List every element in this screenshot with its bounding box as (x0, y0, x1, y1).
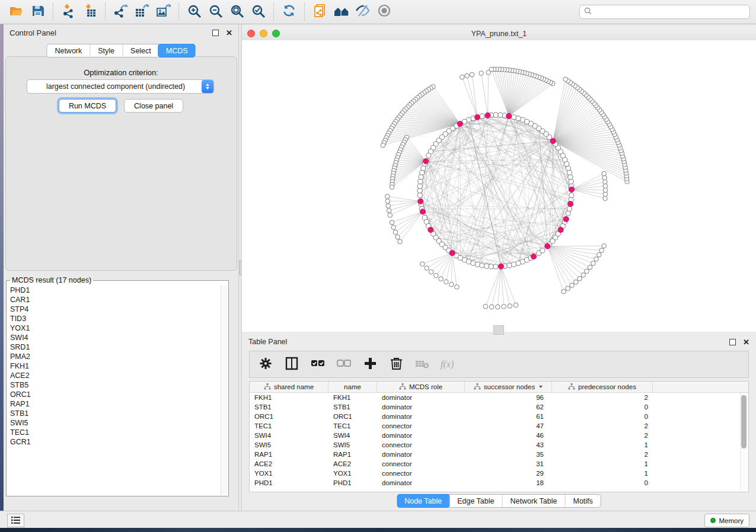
mcds-result-item[interactable]: FKH1 (7, 361, 221, 371)
mcds-result-item[interactable]: STP4 (7, 305, 221, 314)
float-panel-icon[interactable] (212, 30, 219, 36)
network-graph[interactable] (242, 40, 756, 332)
table-row[interactable]: SWI5SWI5connector431 (250, 440, 748, 450)
mcds-result-item[interactable]: SWI5 (7, 418, 221, 428)
add-column-button[interactable] (362, 357, 378, 372)
close-panel-button[interactable]: Close panel (124, 99, 183, 113)
tab-network[interactable]: Network (47, 44, 90, 57)
import-network-button[interactable] (58, 2, 79, 21)
task-history-button[interactable] (7, 514, 24, 527)
export-image-button[interactable] (153, 2, 174, 21)
cell-shared-name: PHD1 (250, 479, 328, 486)
cell-predecessor-nodes: 1 (552, 460, 653, 467)
mcds-result-item[interactable]: CAR1 (7, 295, 221, 305)
tab-motifs[interactable]: Motifs (564, 495, 600, 507)
column-header-successor-nodes[interactable]: successor nodes (465, 382, 552, 392)
table-row[interactable]: FKH1FKH1dominator962 (250, 393, 748, 402)
table-row[interactable]: SWI4SWI4dominator462 (250, 431, 748, 440)
mcds-result-item[interactable]: TEC1 (7, 428, 221, 437)
node-table-header: shared namenameMCDS rolesuccessor nodesp… (250, 382, 748, 393)
memory-button[interactable]: Memory (704, 514, 749, 527)
table-x-icon (414, 356, 430, 373)
table-scrollbar[interactable] (740, 393, 747, 490)
table-row[interactable]: PHD1PHD1dominator180 (250, 478, 748, 488)
show-graphics-button[interactable] (374, 2, 395, 21)
split-columns-icon (284, 356, 300, 373)
close-table-panel-icon[interactable]: ✕ (743, 338, 749, 346)
mcds-result-item[interactable]: ORC1 (7, 390, 221, 399)
zoom-selected-button[interactable] (248, 2, 269, 21)
table-row[interactable]: STB1STB1dominator620 (250, 402, 748, 412)
column-label: predecessor nodes (578, 383, 636, 390)
cell-shared-name: ORC1 (250, 413, 328, 420)
zoom-fit-button[interactable] (227, 2, 248, 21)
memory-label: Memory (719, 517, 744, 524)
mcds-result-item[interactable]: YOX1 (7, 323, 221, 333)
mcds-result-item[interactable]: STB5 (7, 380, 221, 390)
mcds-result-item[interactable]: RAP1 (7, 399, 221, 409)
open-file-button[interactable] (6, 2, 27, 21)
table-row[interactable]: ORC1ORC1dominator610 (250, 412, 748, 421)
mcds-result-item[interactable]: GCR1 (7, 437, 221, 447)
column-header-name[interactable]: name (328, 382, 377, 392)
optimization-select[interactable]: largest connected component (undirected) (27, 79, 214, 94)
export-table-button[interactable] (132, 2, 153, 21)
table-scrollbar-thumb[interactable] (741, 395, 747, 448)
mcds-result-item[interactable]: PMA2 (7, 352, 221, 361)
cell-shared-name: FKH1 (250, 394, 328, 401)
zoom-out-icon (208, 4, 224, 21)
hide-graphics-button[interactable] (352, 2, 374, 21)
clone-network-button[interactable] (310, 2, 331, 21)
export-network-button[interactable] (110, 2, 132, 21)
table-row[interactable]: ACE2ACE2connector311 (250, 459, 748, 469)
cell-predecessor-nodes: 2 (552, 451, 653, 458)
deselect-all-button[interactable] (336, 357, 352, 372)
import-table-button[interactable] (79, 2, 101, 21)
cell-shared-name: YOX1 (250, 470, 328, 477)
table-settings-button[interactable] (258, 357, 274, 372)
h-splitter-handle[interactable] (493, 325, 504, 335)
mcds-result-item[interactable]: SRD1 (7, 342, 221, 352)
network-titlebar[interactable]: YPA_prune.txt_1 (242, 27, 756, 41)
tab-node-table[interactable]: Node Table (397, 494, 449, 508)
run-mcds-button[interactable]: Run MCDS (59, 99, 116, 113)
network-canvas[interactable] (242, 40, 756, 332)
zoom-out-button[interactable] (205, 2, 227, 21)
tab-edge-table[interactable]: Edge Table (449, 495, 502, 507)
column-header-MCDS-role[interactable]: MCDS role (377, 382, 465, 392)
mcds-result-title: MCDS result (17 nodes) (10, 276, 93, 284)
mcds-result-item[interactable]: PHD1 (7, 286, 221, 295)
refresh-button[interactable] (279, 2, 300, 21)
table-row[interactable]: RAP1RAP1dominator352 (250, 450, 748, 459)
toggle-panel-layout-button[interactable] (284, 357, 300, 372)
table-row[interactable]: TEC1TEC1connector472 (250, 421, 748, 431)
mcds-result-item[interactable]: SWI4 (7, 333, 221, 342)
mcds-result-item[interactable]: TID3 (7, 314, 221, 323)
first-neighbors-button[interactable] (331, 2, 352, 21)
cell-shared-name: ACE2 (250, 460, 328, 467)
tab-style[interactable]: Style (90, 44, 122, 57)
tab-select[interactable]: Select (122, 44, 159, 57)
table-toolbar: f(x) (249, 351, 749, 378)
cell-name: ORC1 (328, 413, 377, 420)
mcds-result-item[interactable]: STB1 (7, 409, 221, 418)
float-table-panel-icon[interactable] (729, 339, 736, 345)
search-box[interactable] (579, 5, 750, 19)
select-all-button[interactable] (310, 357, 326, 372)
mcds-result-item[interactable]: ACE2 (7, 371, 221, 380)
hierarchy-icon (568, 383, 575, 391)
close-panel-icon[interactable]: ✕ (226, 29, 232, 37)
column-label: MCDS role (409, 383, 442, 390)
search-input[interactable] (595, 7, 745, 17)
column-header-shared-name[interactable]: shared name (250, 382, 328, 392)
save-session-button[interactable] (27, 2, 49, 21)
zoom-in-button[interactable] (184, 2, 205, 21)
column-header-predecessor-nodes[interactable]: predecessor nodes (552, 382, 653, 392)
table-row[interactable]: YOX1YOX1connector291 (250, 469, 748, 478)
zoom-fit-icon (229, 4, 245, 21)
tab-mcds[interactable]: MCDS (158, 44, 196, 57)
result-scrollbar[interactable] (221, 286, 228, 495)
delete-column-button[interactable] (388, 357, 404, 372)
status-bar: Memory (0, 511, 756, 528)
tab-network-table[interactable]: Network Table (502, 495, 565, 507)
